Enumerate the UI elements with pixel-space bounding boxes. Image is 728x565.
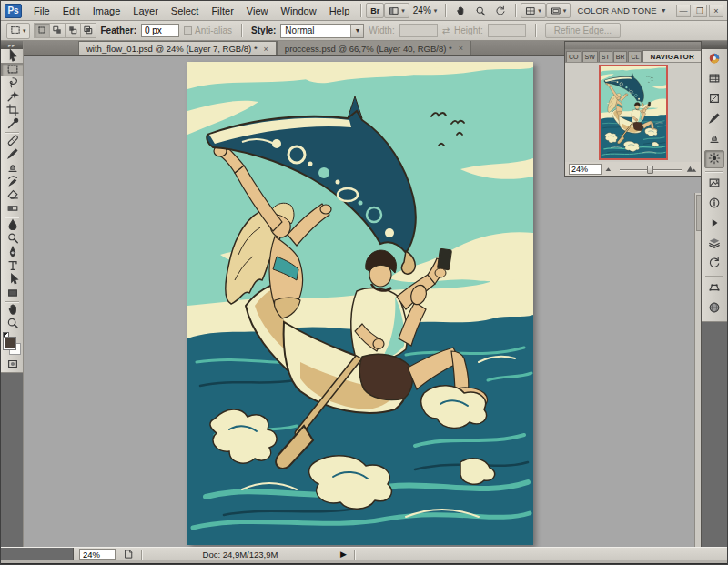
adjustments-panel-button[interactable]	[704, 150, 724, 168]
navigator-preview[interactable]	[565, 62, 701, 162]
document-tab-active[interactable]: with_flow_01.psd @ 24% (Layer 7, RGB/8) …	[78, 41, 277, 55]
menu-window[interactable]: Window	[275, 3, 323, 19]
paths-panel-button[interactable]	[704, 279, 724, 298]
antialias-checkbox[interactable]: Anti-alias	[184, 25, 232, 35]
color-swatch-controls	[1, 332, 23, 358]
lasso-tool[interactable]	[1, 76, 24, 90]
color-wheel-icon	[708, 52, 721, 66]
minimize-button[interactable]: —	[676, 5, 691, 17]
bridge-button[interactable]: Br	[366, 3, 384, 18]
close-button[interactable]: ×	[709, 5, 723, 17]
width-input[interactable]	[399, 24, 438, 37]
menu-image[interactable]: Image	[86, 3, 127, 19]
rotate-view-button[interactable]	[490, 3, 511, 18]
hand-tool[interactable]	[1, 303, 24, 317]
intersect-selection-button[interactable]	[80, 23, 96, 38]
threed-panel-button[interactable]	[704, 299, 724, 318]
add-selection-button[interactable]	[49, 23, 66, 38]
brushes-panel-button[interactable]	[704, 110, 724, 128]
brush-tool[interactable]	[1, 147, 24, 161]
close-icon[interactable]: ×	[459, 44, 463, 53]
panel-tab-sw[interactable]: SW	[582, 51, 598, 62]
foreground-color-swatch[interactable]	[4, 338, 15, 349]
menu-help[interactable]: Help	[323, 3, 357, 19]
close-icon[interactable]: ×	[264, 45, 268, 54]
divider	[535, 24, 536, 37]
style-select[interactable]: Normal ▼	[280, 24, 364, 38]
magic-wand-tool[interactable]	[1, 90, 24, 104]
menu-select[interactable]: Select	[165, 3, 206, 19]
menu-file[interactable]: File	[27, 3, 56, 19]
new-selection-button[interactable]	[34, 23, 50, 38]
arrange-documents-button[interactable]: ▾	[521, 3, 546, 18]
masks-panel-button[interactable]	[704, 175, 724, 193]
navigator-zoom-slider[interactable]	[618, 164, 683, 175]
swatches-grid-icon	[708, 72, 721, 86]
eraser-tool[interactable]	[1, 188, 24, 202]
quick-mask-icon	[6, 358, 19, 372]
zoom-level-dropdown[interactable]: 24%▾	[410, 3, 441, 18]
actions-panel-button[interactable]	[704, 215, 724, 233]
zoom-in-mountains-icon[interactable]	[686, 163, 697, 176]
document-tab-inactive[interactable]: proccess.psd @ 66,7% (Layer 40, RGB/8) *…	[277, 41, 471, 55]
move-tool[interactable]	[1, 49, 24, 63]
gradient-tool[interactable]	[1, 202, 24, 216]
rectangular-marquee-tool[interactable]	[1, 63, 24, 76]
clone-source-panel-button[interactable]	[704, 130, 724, 148]
zoom-tool[interactable]	[1, 317, 24, 330]
info-panel-button[interactable]	[704, 195, 724, 213]
selection-mode-group	[35, 23, 96, 38]
checkbox-icon	[184, 26, 192, 35]
swap-dimensions-icon[interactable]: ⇄	[442, 25, 450, 35]
quick-mask-button[interactable]	[1, 358, 24, 372]
navigator-zoom-input[interactable]	[569, 164, 602, 175]
subtract-selection-button[interactable]	[65, 23, 81, 38]
refine-edge-button[interactable]: Refine Edge...	[545, 23, 621, 38]
panel-dock-grip[interactable]	[565, 42, 701, 49]
canvas-artwork[interactable]	[187, 62, 533, 545]
workspace-switcher[interactable]: COLOR AND TONE ▼	[577, 5, 667, 15]
clone-stamp-tool[interactable]	[1, 161, 24, 175]
zoom-out-mountains-icon[interactable]	[604, 163, 615, 176]
menu-edit[interactable]: Edit	[56, 3, 86, 19]
pen-tool[interactable]	[1, 246, 24, 259]
navigator-tab[interactable]: NAVIGATOR	[642, 50, 701, 62]
menu-layer[interactable]: Layer	[126, 3, 165, 19]
styles-panel-button[interactable]	[704, 90, 724, 108]
slider-thumb[interactable]	[647, 166, 653, 174]
restore-button[interactable]: ❐	[693, 5, 707, 17]
screen-mode-button[interactable]: ▾	[546, 3, 571, 18]
layers-panel-button[interactable]	[704, 235, 724, 253]
panel-tab-cl[interactable]: CL	[628, 51, 642, 62]
tool-preset-picker[interactable]: ▾	[6, 23, 30, 39]
rectangle-shape-tool[interactable]	[1, 287, 24, 300]
spot-healing-brush-tool[interactable]	[1, 134, 24, 147]
menu-filter[interactable]: Filter	[205, 3, 239, 19]
hand-tool-button[interactable]	[450, 3, 470, 18]
history-brush-tool[interactable]	[1, 175, 24, 188]
panel-tab-st[interactable]: ST	[599, 51, 612, 62]
status-flyout-arrow[interactable]: ▶	[340, 550, 347, 559]
eyedropper-tool[interactable]	[1, 117, 24, 131]
history-brush-icon	[6, 175, 19, 189]
color-panel-button[interactable]	[704, 50, 724, 68]
view-extras-button[interactable]: ▾	[384, 3, 410, 18]
path-selection-tool[interactable]	[1, 273, 24, 287]
dodge-tool[interactable]	[1, 232, 24, 246]
swatches-panel-button[interactable]	[704, 70, 724, 88]
panel-tab-br[interactable]: BR	[613, 51, 628, 62]
status-zoom-input[interactable]	[79, 549, 116, 560]
navigator-view-box[interactable]	[599, 65, 668, 160]
crop-tool[interactable]	[1, 104, 24, 117]
feather-input[interactable]	[141, 24, 179, 37]
dock-grip[interactable]	[702, 41, 727, 49]
width-label: Width:	[369, 25, 394, 35]
blur-tool[interactable]	[1, 218, 24, 232]
menu-view[interactable]: View	[240, 3, 275, 19]
photoshop-window: Ps File Edit Image Layer Select Filter V…	[0, 0, 728, 565]
height-input[interactable]	[488, 24, 526, 37]
zoom-tool-button[interactable]	[470, 3, 490, 18]
panel-tab-co[interactable]: CO	[566, 51, 581, 62]
type-tool[interactable]	[1, 259, 24, 273]
history-panel-button[interactable]	[704, 255, 724, 273]
